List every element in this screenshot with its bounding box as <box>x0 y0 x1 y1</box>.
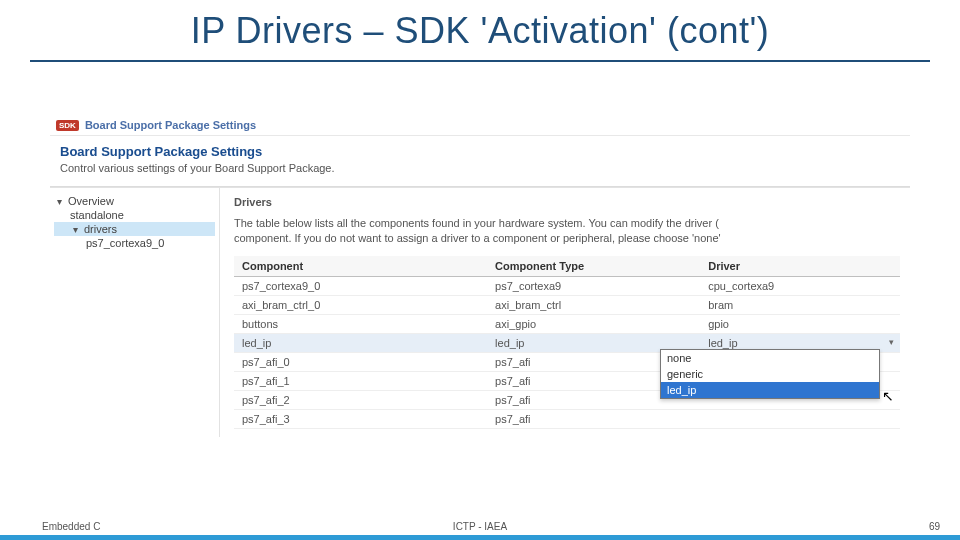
dropdown-option-generic[interactable]: generic <box>661 366 879 382</box>
screenshot-container: SDK Board Support Package Settings Board… <box>50 115 910 455</box>
window-title: Board Support Package Settings <box>85 119 256 131</box>
chevron-down-icon[interactable]: ▾ <box>889 337 894 347</box>
tree-label: drivers <box>84 223 117 235</box>
footer-bar <box>0 535 960 540</box>
tree-collapse-icon[interactable]: ▾ <box>70 224 80 235</box>
tree-label: standalone <box>70 209 124 221</box>
drivers-table: Component Component Type Driver ps7_cort… <box>234 256 900 429</box>
footer-center: ICTP - IAEA <box>453 521 507 532</box>
driver-cell[interactable]: gpio <box>700 314 900 333</box>
driver-cell[interactable]: cpu_cortexa9 <box>700 276 900 295</box>
dialog-heading: Board Support Package Settings <box>60 144 900 159</box>
title-divider <box>30 60 930 62</box>
table-row[interactable]: buttons axi_gpio gpio <box>234 314 900 333</box>
tree-collapse-icon[interactable]: ▾ <box>54 196 64 207</box>
app-badge-icon: SDK <box>56 120 79 131</box>
dialog-subheading: Control various settings of your Board S… <box>60 162 900 174</box>
tree-label: Overview <box>68 195 114 207</box>
table-row[interactable]: axi_bram_ctrl_0 axi_bram_ctrl bram <box>234 295 900 314</box>
panel-title: Drivers <box>234 196 900 208</box>
footer-left: Embedded C <box>42 521 100 532</box>
slide-title: IP Drivers – SDK 'Activation' (cont') <box>0 0 960 52</box>
dropdown-option-none[interactable]: none <box>661 350 879 366</box>
tree-item-drivers[interactable]: ▾ drivers <box>54 222 215 236</box>
tree-item-overview[interactable]: ▾ Overview <box>54 194 215 208</box>
dropdown-option-led-ip[interactable]: led_ip <box>661 382 879 398</box>
col-component-type[interactable]: Component Type <box>487 256 700 277</box>
table-row[interactable]: ps7_cortexa9_0 ps7_cortexa9 cpu_cortexa9 <box>234 276 900 295</box>
driver-cell[interactable]: bram <box>700 295 900 314</box>
footer-page-number: 69 <box>929 521 940 532</box>
tree-label: ps7_cortexa9_0 <box>86 237 164 249</box>
tree-item-cortexa9[interactable]: ps7_cortexa9_0 <box>54 236 215 250</box>
panel-description: The table below lists all the components… <box>234 216 874 246</box>
nav-tree[interactable]: ▾ Overview standalone ▾ drivers ps7_cort… <box>50 188 220 437</box>
driver-cell[interactable] <box>700 409 900 428</box>
col-driver[interactable]: Driver <box>700 256 900 277</box>
tree-item-standalone[interactable]: standalone <box>54 208 215 222</box>
table-row[interactable]: ps7_afi_3 ps7_afi <box>234 409 900 428</box>
window-titlebar: SDK Board Support Package Settings <box>50 115 910 136</box>
col-component[interactable]: Component <box>234 256 487 277</box>
driver-dropdown[interactable]: none generic led_ip <box>660 349 880 399</box>
dialog-header: Board Support Package Settings Control v… <box>50 136 910 180</box>
drivers-panel: Drivers The table below lists all the co… <box>220 188 910 437</box>
